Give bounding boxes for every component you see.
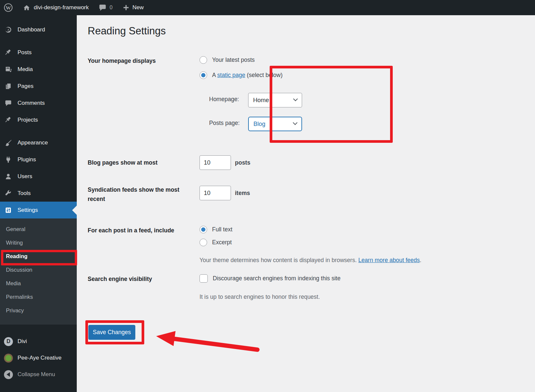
sidebar-item-label: Settings [18, 207, 38, 214]
menu-separator [0, 128, 77, 134]
tools-icon [5, 190, 12, 197]
home-icon[interactable] [22, 4, 31, 12]
static-page-radio[interactable] [200, 71, 207, 79]
main-content: Reading Settings Your homepage displays … [77, 15, 535, 392]
submenu-item-permalinks[interactable]: Permalinks [0, 290, 77, 304]
admin-menu: Dashboard Posts Media Pages Comments [0, 15, 77, 383]
posts-page-select-label: Posts page: [209, 120, 240, 127]
dashboard-icon [5, 26, 12, 33]
search-visibility-label: Search engine visibility [88, 274, 187, 284]
full-text-option[interactable]: Full text [200, 226, 534, 233]
feed-help-text: Your theme determines how content is dis… [200, 257, 534, 264]
users-icon [5, 173, 12, 180]
submenu-item-general[interactable]: General [0, 222, 77, 236]
chevron-down-icon [293, 97, 298, 101]
syndication-label: Syndication feeds show the most recent [88, 185, 187, 204]
sidebar-item-label: Pee-Aye Creative [18, 355, 62, 361]
collapse-menu-label: Collapse Menu [18, 371, 55, 378]
submenu-item-discussion[interactable]: Discussion [0, 263, 77, 277]
posts-page-select-value: Blog [253, 121, 265, 128]
submenu-item-writing[interactable]: Writing [0, 236, 77, 250]
sidebar-item-label: Divi [18, 338, 27, 345]
latest-posts-label[interactable]: Your latest posts [212, 57, 255, 63]
pushpin-icon [5, 116, 12, 124]
new-button[interactable]: New [132, 4, 144, 11]
sidebar-item-appearance[interactable]: Appearance [0, 134, 77, 151]
feed-include-row: For each post in a feed, include Full te… [88, 226, 187, 235]
submenu-item-privacy[interactable]: Privacy [0, 304, 77, 317]
sidebar-item-pages[interactable]: Pages [0, 78, 77, 95]
sidebar-item-label: Comments [18, 100, 45, 106]
discourage-indexing-option[interactable]: Discourage search engines from indexing … [200, 274, 534, 283]
excerpt-option[interactable]: Excerpt [200, 239, 534, 246]
sidebar-item-label: Posts [18, 49, 32, 56]
sidebar-item-label: Dashboard [18, 26, 45, 33]
submenu-item-reading[interactable]: Reading [0, 250, 77, 263]
comments-icon [5, 99, 12, 107]
pee-aye-creative-logo-icon [4, 354, 13, 363]
site-name[interactable]: divi-design-framework [34, 4, 89, 11]
chevron-down-icon [293, 120, 297, 125]
sidebar-item-plugins[interactable]: Plugins [0, 151, 77, 168]
excerpt-label[interactable]: Excerpt [212, 239, 232, 246]
latest-posts-option[interactable]: Your latest posts [200, 56, 534, 64]
blog-pages-suffix: posts [235, 159, 250, 166]
homepage-select-label: Homepage: [209, 96, 239, 103]
plus-icon[interactable] [122, 4, 130, 11]
syndication-input[interactable] [200, 186, 231, 200]
full-text-radio[interactable] [200, 226, 207, 233]
sidebar-item-comments[interactable]: Comments [0, 95, 77, 111]
sidebar-item-settings[interactable]: Settings [0, 202, 77, 218]
posts-page-select[interactable]: Blog [248, 117, 302, 131]
static-page-label[interactable]: A static page (select below) [212, 72, 283, 79]
homepage-select[interactable]: Home [248, 93, 302, 107]
sidebar-item-tools[interactable]: Tools [0, 185, 77, 202]
plugins-icon [5, 156, 12, 163]
syndication-row: Syndication feeds show the most recent i… [88, 186, 187, 204]
settings-icon [5, 207, 12, 214]
sidebar-item-pee-aye-creative[interactable]: Pee-Aye Creative [0, 350, 77, 366]
save-changes-button[interactable]: Save Changes [88, 325, 135, 340]
sidebar-item-posts[interactable]: Posts [0, 44, 77, 61]
collapse-menu-button[interactable]: Collapse Menu [0, 366, 77, 383]
sidebar-item-users[interactable]: Users [0, 168, 77, 185]
full-text-label[interactable]: Full text [212, 226, 232, 233]
search-visibility-row: Search engine visibility Discourage sear… [88, 274, 187, 284]
submenu-item-media[interactable]: Media [0, 277, 77, 290]
posts-page-select-row: Posts page: Blog [200, 117, 534, 131]
pages-icon [5, 83, 12, 90]
sidebar-item-divi[interactable]: D Divi [0, 333, 77, 350]
sidebar-item-label: Users [18, 173, 32, 180]
sidebar-item-label: Appearance [18, 139, 48, 146]
sidebar-item-label: Tools [18, 190, 31, 197]
excerpt-radio[interactable] [200, 239, 207, 246]
pushpin-icon [5, 49, 12, 56]
comments-bubble-icon[interactable] [99, 4, 107, 12]
blog-pages-input[interactable] [200, 155, 231, 170]
sidebar: Dashboard Posts Media Pages Comments [0, 15, 77, 392]
discourage-indexing-label[interactable]: Discourage search engines from indexing … [213, 275, 340, 282]
wordpress-logo-icon[interactable]: W [3, 3, 13, 13]
static-page-link[interactable]: static page [217, 72, 245, 78]
blog-pages-row: Blog pages show at most posts [88, 155, 187, 170]
page-title: Reading Settings [88, 25, 166, 37]
comments-count[interactable]: 0 [110, 5, 112, 11]
sidebar-item-label: Plugins [18, 156, 36, 163]
divi-icon: D [4, 337, 13, 346]
media-icon [5, 66, 12, 73]
homepage-displays-row: Your homepage displays Your latest posts… [88, 56, 187, 65]
sidebar-item-media[interactable]: Media [0, 61, 77, 78]
discourage-indexing-checkbox[interactable] [200, 274, 208, 283]
sidebar-item-projects[interactable]: Projects [0, 111, 77, 128]
homepage-select-row: Homepage: Home [200, 93, 534, 107]
latest-posts-radio[interactable] [200, 56, 207, 64]
static-page-option[interactable]: A static page (select below) [200, 71, 534, 79]
sidebar-item-label: Media [18, 66, 33, 73]
sidebar-item-dashboard[interactable]: Dashboard [0, 22, 77, 38]
blog-pages-label: Blog pages show at most [88, 155, 187, 170]
learn-more-feeds-link[interactable]: Learn more about feeds [358, 257, 420, 263]
sidebar-item-label: Pages [18, 83, 33, 90]
svg-text:W: W [6, 5, 11, 11]
feed-include-label: For each post in a feed, include [88, 226, 187, 235]
homepage-displays-label: Your homepage displays [88, 56, 187, 65]
